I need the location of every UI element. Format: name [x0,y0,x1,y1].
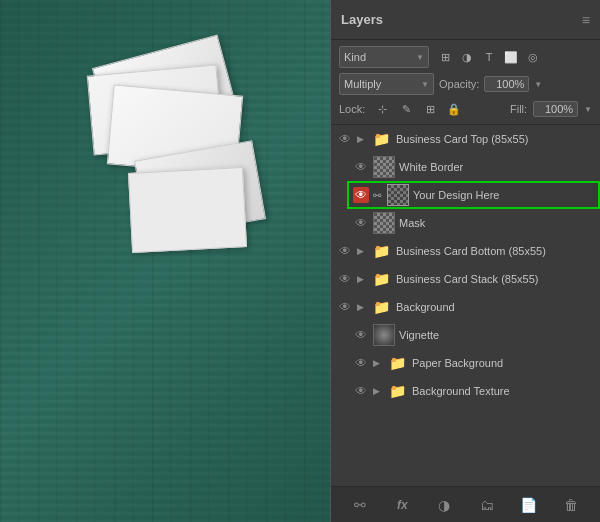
layer-item[interactable]: 👁 Mask [347,209,600,237]
new-layer-icon[interactable]: 📄 [517,493,541,517]
filter-icons: ⊞ ◑ T ⬜ ◎ [436,48,542,66]
filter-smartobject-icon[interactable]: ◎ [524,48,542,66]
new-group-icon[interactable]: 🗂 [475,493,499,517]
layer-thumbnail [387,184,409,206]
filter-adjustment-icon[interactable]: ◑ [458,48,476,66]
fill-label: Fill: [510,103,527,115]
eye-icon[interactable]: 👁 [337,243,353,259]
folder-arrow: ▶ [357,274,364,284]
layer-name: Business Card Bottom (85x55) [396,245,594,257]
layer-thumbnail: 📁 [370,240,392,262]
lock-pixel-icon[interactable]: ✎ [397,100,415,118]
card-stack [80,40,240,240]
eye-icon[interactable]: 👁 [353,383,369,399]
layer-thumbnail [373,212,395,234]
eye-icon[interactable]: 👁 [337,271,353,287]
linked-icon: ⚯ [373,190,381,201]
fill-input[interactable]: 100% [533,101,578,117]
filter-pixel-icon[interactable]: ⊞ [436,48,454,66]
layer-name: White Border [399,161,594,173]
layer-thumbnail: 📁 [370,296,392,318]
layer-item[interactable]: 👁 ⚯ Your Design Here [347,181,600,209]
panel-header: Layers ≡ [331,0,600,40]
eye-icon[interactable]: 👁 [353,355,369,371]
layer-name: Background Texture [412,385,594,397]
panel-options: ≡ [582,12,590,28]
layer-item[interactable]: 👁 ▶ 📁 Paper Background [347,349,600,377]
delete-layer-icon[interactable]: 🗑 [559,493,583,517]
layers-panel: Layers ≡ Kind ▼ ⊞ ◑ T ⬜ ◎ Multiply ▼ [330,0,600,522]
opacity-label: Opacity: [439,78,479,90]
panel-footer: ⚯ fx ◑ 🗂 📄 🗑 [331,486,600,522]
layer-item[interactable]: 👁 White Border [347,153,600,181]
folder-arrow: ▶ [373,358,380,368]
blend-mode-select[interactable]: Multiply ▼ [339,73,434,95]
fx-button[interactable]: fx [390,493,414,517]
kind-row: Kind ▼ ⊞ ◑ T ⬜ ◎ [339,46,592,68]
layer-thumbnail: 📁 [386,380,408,402]
layers-list: 👁 ▶ 📁 Business Card Top (85x55) 👁 White … [331,125,600,486]
eye-icon[interactable]: 👁 [337,131,353,147]
layer-thumbnail: 📁 [386,352,408,374]
layer-thumbnail [373,156,395,178]
lock-artboard-icon[interactable]: 🔒 [445,100,463,118]
layer-name: Business Card Stack (85x55) [396,273,594,285]
layer-item[interactable]: 👁 ▶ 📁 Background Texture [347,377,600,405]
layer-name: Paper Background [412,357,594,369]
layer-thumbnail: 📁 [370,268,392,290]
layer-item[interactable]: 👁 Vignette [347,321,600,349]
folder-arrow: ▶ [357,246,364,256]
blend-opacity-row: Multiply ▼ Opacity: 100% ▼ [339,73,592,95]
canvas-area [0,0,330,522]
eye-icon[interactable]: 👁 [337,299,353,315]
folder-arrow: ▶ [373,386,380,396]
opacity-chevron: ▼ [534,80,542,89]
lock-label: Lock: [339,103,365,115]
panel-title: Layers [341,12,383,27]
layer-name: Business Card Top (85x55) [396,133,594,145]
filter-text-icon[interactable]: T [480,48,498,66]
layer-thumbnail [373,324,395,346]
eye-icon[interactable]: 👁 [353,327,369,343]
folder-arrow: ▶ [357,302,364,312]
layer-item[interactable]: 👁 ▶ 📁 Business Card Top (85x55) [331,125,600,153]
link-icon[interactable]: ⚯ [348,493,372,517]
layer-item[interactable]: 👁 ▶ 📁 Business Card Stack (85x55) [331,265,600,293]
business-card-5 [128,167,247,253]
eye-icon[interactable]: 👁 [353,215,369,231]
folder-arrow: ▶ [357,134,364,144]
adjustment-layer-icon[interactable]: ◑ [432,493,456,517]
layer-name: Vignette [399,329,594,341]
fill-chevron: ▼ [584,105,592,114]
eye-icon[interactable]: 👁 [353,159,369,175]
lock-fill-row: Lock: ⊹ ✎ ⊞ 🔒 Fill: 100% ▼ [339,100,592,118]
kind-select[interactable]: Kind ▼ [339,46,429,68]
eye-icon[interactable]: 👁 [353,187,369,203]
layer-name: Your Design Here [413,189,594,201]
layer-item[interactable]: 👁 ▶ 📁 Background [331,293,600,321]
layer-name: Mask [399,217,594,229]
kind-chevron: ▼ [416,53,424,62]
layer-name: Background [396,301,594,313]
filter-shape-icon[interactable]: ⬜ [502,48,520,66]
lock-position-icon[interactable]: ⊹ [373,100,391,118]
lock-all-icon[interactable]: ⊞ [421,100,439,118]
layer-thumbnail: 📁 [370,128,392,150]
opacity-input[interactable]: 100% [484,76,529,92]
layer-item[interactable]: 👁 ▶ 📁 Business Card Bottom (85x55) [331,237,600,265]
blend-chevron: ▼ [421,80,429,89]
panel-controls: Kind ▼ ⊞ ◑ T ⬜ ◎ Multiply ▼ Opacity: 100… [331,40,600,125]
panel-menu-icon[interactable]: ≡ [582,12,590,28]
